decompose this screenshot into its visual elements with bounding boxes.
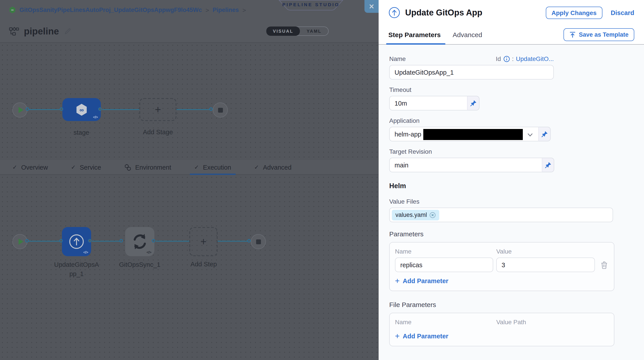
info-icon[interactable] xyxy=(503,55,510,62)
application-input-type-button[interactable] xyxy=(538,127,551,141)
file-parameters-value-path-header: Value Path xyxy=(496,319,526,326)
parameters-card: Name Value + xyxy=(389,242,614,291)
tab-environment[interactable]: Environment xyxy=(124,160,171,175)
update-gitops-app-step-node[interactable]: </> xyxy=(62,227,91,256)
update-gitops-app-step-label: UpdateGitOpsApp_1 xyxy=(54,260,100,279)
value-files-input[interactable]: values.yaml xyxy=(389,208,613,222)
connector-line xyxy=(28,109,63,110)
stage-tab-bar: ✓ Overview ✓ Service Environment ✓ Execu… xyxy=(0,160,378,175)
add-stage-label: Add Stage xyxy=(136,128,180,137)
studio-dimmed-area: ∞ GitOpsSanityPipeLinesAutoProj_UpdateGi… xyxy=(0,0,378,360)
breadcrumb-pipelines-link[interactable]: Pipelines xyxy=(213,7,239,13)
connector-dot xyxy=(152,239,155,242)
timeout-input[interactable] xyxy=(389,96,467,110)
tab-advanced[interactable]: Advanced xyxy=(453,25,482,44)
studio-badge-label: PIPELINE STUDIO xyxy=(278,2,344,7)
add-parameter-label: Add Parameter xyxy=(403,277,448,284)
close-icon: ✕ xyxy=(369,2,374,10)
parameter-row xyxy=(395,258,608,272)
apply-changes-button[interactable]: Apply Changes xyxy=(546,6,602,19)
code-badge-icon: </> xyxy=(83,250,88,254)
parameters-value-header: Value xyxy=(496,248,512,255)
tab-execution[interactable]: ✓ Execution xyxy=(194,160,231,175)
tab-step-parameters[interactable]: Step Parameters xyxy=(388,25,441,44)
gitops-sync-step-node[interactable]: </> xyxy=(125,227,154,256)
breadcrumb-separator: > xyxy=(206,6,209,13)
discard-button[interactable]: Discard xyxy=(611,9,634,16)
save-template-icon xyxy=(569,31,576,38)
top-bar: ∞ GitOpsSanityPipeLinesAutoProj_UpdateGi… xyxy=(0,0,378,20)
toggle-visual[interactable]: VISUAL xyxy=(266,26,300,36)
name-id-row: Name Id : UpdateGitO... xyxy=(389,55,554,62)
pipeline-studio-badge: PIPELINE STUDIO xyxy=(278,0,344,10)
sync-arrows-icon xyxy=(131,233,148,250)
helm-section-heading: Helm xyxy=(389,182,644,190)
stage-node[interactable]: ∞ </> xyxy=(62,98,101,121)
value-file-chip: values.yaml xyxy=(392,210,440,220)
timeout-input-type-button[interactable] xyxy=(467,96,480,110)
target-revision-input[interactable] xyxy=(389,158,542,172)
drawer-actions: Apply Changes Discard xyxy=(546,6,634,19)
pipeline-end-node[interactable] xyxy=(213,102,228,118)
environment-hexagons-icon xyxy=(124,164,131,171)
add-step-button[interactable]: + xyxy=(189,227,218,256)
remove-value-file-button[interactable] xyxy=(430,212,436,218)
step-config-drawer: Update GitOps App Apply Changes Discard … xyxy=(378,0,644,360)
pipeline-start-node[interactable] xyxy=(12,102,28,118)
add-parameter-button[interactable]: + Add Parameter xyxy=(395,277,608,285)
pin-icon xyxy=(545,162,551,168)
tab-advanced[interactable]: ✓ Advanced xyxy=(254,160,292,175)
svg-text:∞: ∞ xyxy=(11,8,14,12)
id-label: Id xyxy=(496,55,501,62)
application-field-group: helm-app xyxy=(389,127,644,141)
application-select[interactable]: helm-app xyxy=(389,127,538,141)
toggle-yaml[interactable]: YAML xyxy=(300,27,328,35)
name-label: Name xyxy=(389,55,406,62)
add-file-parameter-button[interactable]: + Add Parameter xyxy=(395,332,608,341)
tab-overview[interactable]: ✓ Overview xyxy=(12,160,48,175)
id-value-link[interactable]: UpdateGitO... xyxy=(516,55,554,62)
connector-dot xyxy=(59,239,63,242)
check-icon: ✓ xyxy=(12,164,17,171)
parameters-label: Parameters xyxy=(389,230,644,238)
execution-end-node[interactable] xyxy=(251,234,266,249)
tab-overview-label: Overview xyxy=(21,164,48,171)
parameter-name-input[interactable] xyxy=(395,258,493,272)
add-stage-button[interactable]: + xyxy=(139,98,176,121)
connector-dot xyxy=(247,239,251,242)
add-step-label: Add Step xyxy=(187,260,220,269)
pipeline-studio-screen: ∞ GitOpsSanityPipeLinesAutoProj_UpdateGi… xyxy=(0,0,644,360)
execution-graph-canvas[interactable]: </> </> + xyxy=(0,175,378,360)
plus-icon: + xyxy=(200,236,206,247)
id-separator: : xyxy=(512,55,514,62)
stage-node-label: stage xyxy=(62,128,101,137)
tab-service[interactable]: ✓ Service xyxy=(71,160,101,175)
connector-dot xyxy=(88,239,92,242)
save-as-template-button[interactable]: Save as Template xyxy=(563,28,634,41)
stage-graph-canvas[interactable]: ∞ </> + stage Add Stage xyxy=(0,43,378,160)
parameter-value-input[interactable] xyxy=(496,258,595,272)
file-parameters-headers: Name Value Path xyxy=(395,319,608,326)
trash-icon xyxy=(601,261,608,269)
close-drawer-button[interactable]: ✕ xyxy=(364,0,378,13)
edit-pencil-icon[interactable] xyxy=(64,28,72,35)
value-files-label: Value Files xyxy=(389,198,644,205)
gitops-sync-step-label: GitOpsSync_1 xyxy=(116,260,164,269)
name-input[interactable] xyxy=(389,65,554,79)
update-gitops-app-icon xyxy=(388,7,400,18)
gitops-project-icon: ∞ xyxy=(9,6,16,14)
target-revision-input-type-button[interactable] xyxy=(542,158,554,172)
file-parameters-name-header: Name xyxy=(395,319,496,326)
pin-icon xyxy=(470,100,476,106)
execution-start-node[interactable] xyxy=(12,234,28,249)
connector-line xyxy=(176,109,213,110)
pipeline-graph-icon xyxy=(9,26,19,36)
connector-dot xyxy=(98,107,102,111)
check-icon: ✓ xyxy=(254,164,259,171)
delete-parameter-button[interactable] xyxy=(601,261,608,269)
drawer-header: Update GitOps App Apply Changes Discard xyxy=(378,0,644,25)
timeout-field-group xyxy=(389,96,644,110)
timeout-label: Timeout xyxy=(389,86,644,93)
breadcrumb-project-link[interactable]: GitOpsSanityPipeLinesAutoProj_UpdateGitO… xyxy=(20,7,202,13)
drawer-title: Update GitOps App xyxy=(405,8,482,17)
